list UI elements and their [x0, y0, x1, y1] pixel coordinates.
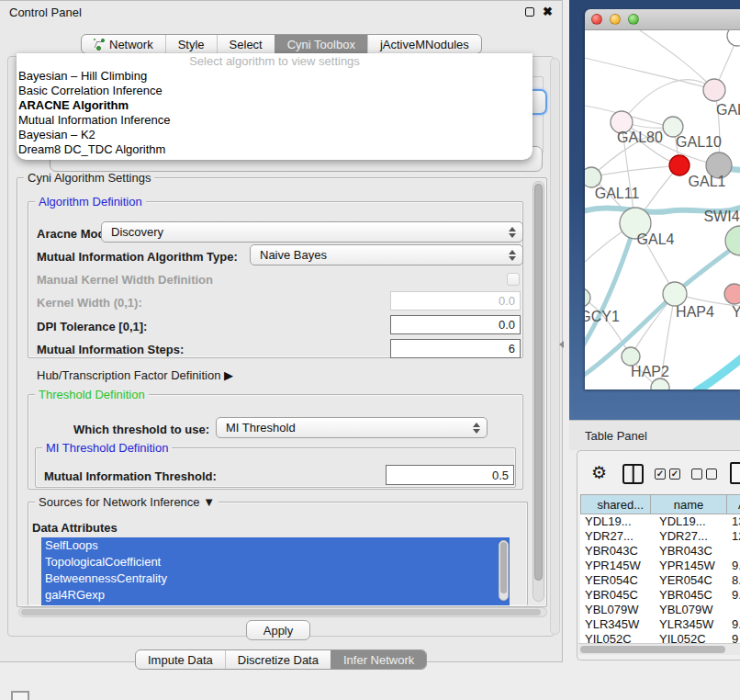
cell: 8.: [727, 573, 740, 588]
table-row[interactable]: YBR043C YBR043C: [580, 544, 740, 559]
node-gcy1[interactable]: [585, 288, 590, 307]
minimized-panel-icon[interactable]: [11, 691, 29, 700]
network-graph: GAL GAL80 GAL10 GAL1 GAL11 SWI4 GAL4 GCY…: [585, 30, 740, 390]
show-columns-icon[interactable]: [622, 464, 644, 484]
menu-item-bayesian-hill-climbing[interactable]: Bayesian – Hill Climbing: [17, 69, 533, 84]
column-header-shared[interactable]: shared...: [580, 494, 651, 514]
cell: 12: [727, 529, 740, 544]
menu-item-bayesian-k2[interactable]: Bayesian – K2: [17, 128, 533, 142]
close-window-icon[interactable]: [591, 14, 602, 25]
mi-type-select[interactable]: Naive Bayes: [250, 244, 523, 265]
list-item-gal4rgexp[interactable]: gal4RGexp: [41, 587, 510, 604]
aracne-mode-select[interactable]: Discovery: [101, 221, 523, 243]
data-attributes-list[interactable]: SelfLoops TopologicalCoefficient Between…: [41, 537, 510, 605]
deselect-all-columns-icon[interactable]: [691, 469, 717, 480]
cell: YDL19...: [580, 514, 651, 529]
node-salmon[interactable]: [724, 284, 740, 304]
tab-infer-network-label: Infer Network: [343, 653, 414, 667]
mi-threshold-title: MI Threshold Definition: [42, 441, 172, 455]
table-row[interactable]: YDL19... YDL19... 13: [580, 514, 740, 529]
minimize-window-icon[interactable]: [610, 14, 621, 25]
node-gal-pink[interactable]: [703, 79, 725, 101]
table-row[interactable]: YDR27... YDR27... 12: [580, 529, 740, 544]
apply-button[interactable]: Apply: [246, 620, 310, 640]
checked-box-icon: ✓: [655, 469, 666, 480]
hub-definition-text: Hub/Transcription Factor Definition: [37, 368, 220, 382]
menu-item-dream8[interactable]: Dream8 DC_TDC Algorithm: [17, 142, 533, 157]
table-row[interactable]: YBR045C YBR045C 9.: [580, 588, 740, 603]
tab-discretize-data[interactable]: Discretize Data: [225, 650, 331, 669]
tab-jactivemnodules[interactable]: jActiveMNodules: [367, 35, 481, 53]
mi-steps-field[interactable]: 6: [390, 339, 521, 358]
mi-type-label: Mutual Information Algorithm Type:: [37, 250, 238, 264]
cell: 9.: [727, 617, 740, 632]
mi-threshold-field[interactable]: 0.5: [386, 465, 514, 485]
kernel-width-field[interactable]: 0.0: [390, 291, 521, 310]
table-panel-header: Table Panel: [569, 420, 740, 450]
tab-select[interactable]: Select: [217, 35, 275, 53]
spinner-arrows-icon: [509, 227, 516, 238]
list-item-betweennesscentrality[interactable]: BetweennessCentrality: [41, 570, 510, 587]
list-item-topologicalcoefficient[interactable]: TopologicalCoefficient: [41, 554, 510, 570]
control-panel-tabbar: Network Style Select Cyni Toolbox jActiv…: [81, 34, 482, 54]
settings-vertical-scrollbar[interactable]: [533, 181, 544, 602]
hub-definition-label[interactable]: Hub/Transcription Factor Definition ▶: [37, 368, 233, 382]
tab-infer-network[interactable]: Infer Network: [331, 650, 426, 669]
column-header-name[interactable]: name: [651, 494, 727, 514]
node-hap2[interactable]: [622, 347, 640, 366]
column-header-partial[interactable]: A: [727, 494, 740, 514]
sources-title[interactable]: Sources for Network Inference ▼: [35, 495, 219, 509]
node-gal1-red[interactable]: [669, 155, 690, 175]
table-horizontal-scrollbar[interactable]: [578, 643, 740, 655]
dpi-tolerance-field[interactable]: 0.0: [390, 315, 521, 334]
mi-steps-value: 6: [509, 342, 515, 356]
float-panel-icon[interactable]: [525, 7, 534, 17]
attribute-list-scrollbar[interactable]: [499, 540, 509, 601]
cell: YER054C: [580, 573, 651, 588]
zoom-window-icon[interactable]: [628, 14, 639, 25]
network-canvas[interactable]: GAL GAL80 GAL10 GAL1 GAL11 SWI4 GAL4 GCY…: [585, 30, 740, 390]
table-panel-title: Table Panel: [585, 429, 647, 443]
node-label: GAL10: [676, 134, 722, 150]
node-label: Y: [732, 304, 740, 320]
collapse-arrow-icon[interactable]: ▼: [203, 495, 215, 509]
checked-box-icon: ✓: [669, 469, 680, 480]
node-partial-bottom[interactable]: [651, 378, 669, 390]
tab-cyni-toolbox[interactable]: Cyni Toolbox: [275, 35, 367, 53]
tab-jactivemnodules-label: jActiveMNodules: [380, 38, 469, 51]
table-row[interactable]: YER054C YER054C 8.: [580, 573, 740, 588]
algorithm-definition-title: Algorithm Definition: [35, 195, 146, 209]
kernel-width-label: Kernel Width (0,1):: [37, 296, 142, 310]
expand-arrow-icon[interactable]: ▶: [224, 368, 233, 382]
node-partial-top[interactable]: [727, 30, 740, 46]
table-row[interactable]: YBL079W YBL079W: [580, 603, 740, 617]
menu-item-mutual-information[interactable]: Mutual Information Inference: [17, 113, 533, 128]
settings-horizontal-scrollbar[interactable]: [18, 607, 547, 617]
threshold-definition-title: Threshold Definition: [35, 388, 149, 401]
export-table-icon[interactable]: [730, 462, 740, 484]
split-pane-collapse-icon[interactable]: [559, 341, 564, 348]
node-gal11[interactable]: [585, 167, 601, 187]
network-node-labels: GAL GAL80 GAL10 GAL1 GAL11 SWI4 GAL4 GCY…: [585, 102, 740, 379]
list-item-selfloops[interactable]: SelfLoops: [41, 537, 510, 554]
table-row[interactable]: YPR145W YPR145W 9.: [580, 559, 740, 573]
table-row[interactable]: YLR345W YLR345W 9.: [580, 617, 740, 632]
tab-network[interactable]: Network: [82, 35, 165, 53]
which-threshold-label: Which threshold to use:: [73, 423, 209, 436]
which-threshold-select[interactable]: MI Threshold: [216, 417, 488, 438]
select-all-columns-icon[interactable]: ✓ ✓: [655, 469, 680, 480]
control-panel-titlebar: Control Panel ✖: [0, 1, 562, 23]
tab-impute-data[interactable]: Impute Data: [136, 650, 225, 669]
node-hap4[interactable]: [663, 282, 687, 306]
tab-style[interactable]: Style: [165, 35, 217, 53]
menu-item-basic-correlation[interactable]: Basic Correlation Inference: [17, 84, 533, 98]
algorithm-dropdown-placeholder: Select algorithm to view settings: [17, 53, 533, 69]
network-icon: [94, 39, 105, 51]
node-label: GAL11: [595, 186, 640, 201]
menu-item-aracne[interactable]: ARACNE Algorithm: [17, 98, 533, 113]
manual-kernel-checkbox[interactable]: [507, 273, 520, 286]
network-window-titlebar[interactable]: [585, 9, 740, 30]
close-panel-icon[interactable]: ✖: [543, 7, 553, 17]
table-settings-gear-icon[interactable]: ⚙: [591, 464, 607, 481]
table-rows: YDL19... YDL19... 13 YDR27... YDR27... 1…: [580, 514, 740, 647]
